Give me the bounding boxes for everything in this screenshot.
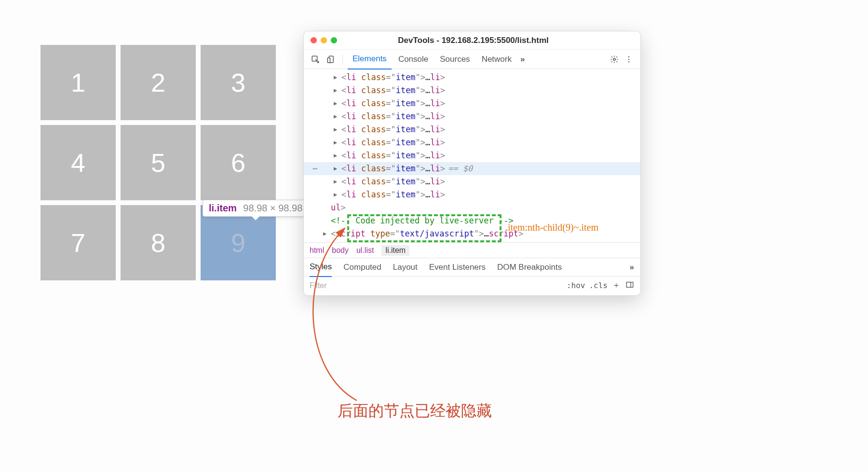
svg-point-5 — [628, 58, 629, 59]
devtools-toolbar: Elements Console Sources Network » — [304, 50, 640, 69]
more-styles-tabs-icon[interactable]: » — [630, 263, 635, 272]
breadcrumb-body[interactable]: body — [332, 246, 349, 255]
breadcrumb-ul[interactable]: ul.list — [356, 246, 374, 255]
cell-label: 6 — [231, 148, 245, 178]
tab-dom-breakpoints[interactable]: DOM Breakpoints — [497, 263, 562, 272]
svg-rect-2 — [327, 58, 330, 63]
filter-bar: Filter :hov .cls ＋ — [304, 276, 640, 294]
tab-computed[interactable]: Computed — [343, 263, 381, 272]
dom-row[interactable]: ▶<li class="item">…li> — [304, 71, 640, 84]
dom-row[interactable]: ▶<li class="item">…li> — [304, 149, 640, 162]
tooltip-dimensions: 98.98 × 98.98 — [243, 203, 302, 213]
window-title: DevTools - 192.168.2.195:5500/list.html — [337, 36, 634, 45]
breadcrumb-li[interactable]: li.item — [381, 245, 409, 256]
cell-label: 3 — [231, 68, 245, 97]
inspect-tooltip: li.item 98.98 × 98.98 — [203, 200, 309, 217]
titlebar: DevTools - 192.168.2.195:5500/list.html — [304, 31, 640, 50]
svg-rect-7 — [626, 282, 633, 287]
tab-console[interactable]: Console — [393, 50, 433, 69]
tab-styles[interactable]: Styles — [310, 258, 332, 277]
dom-row[interactable]: ▶<li class="item">…li> — [304, 188, 640, 201]
zoom-button[interactable] — [331, 37, 337, 43]
tab-network[interactable]: Network — [477, 50, 516, 69]
cls-toggle[interactable]: .cls — [589, 281, 608, 290]
tooltip-selector: li.item — [209, 203, 237, 213]
annotation-selector-label: .item:nth-child(9)~.item — [505, 222, 598, 233]
svg-point-6 — [628, 61, 629, 62]
breadcrumb-html[interactable]: html — [310, 246, 324, 255]
dom-tree[interactable]: ▶<li class="item">…li>▶<li class="item">… — [304, 69, 640, 242]
filter-input[interactable]: Filter — [310, 281, 563, 290]
cell-2: 2 — [121, 45, 196, 120]
svg-point-4 — [628, 56, 629, 57]
close-button[interactable] — [311, 37, 317, 43]
cell-label: 9 — [231, 228, 245, 258]
dom-row[interactable]: ▶<li class="item">…li> — [304, 136, 640, 149]
dom-row-selected[interactable]: ⋯▶<li class="item">…li>== $0 — [304, 162, 640, 175]
minimize-button[interactable] — [321, 37, 327, 43]
cell-7: 7 — [41, 205, 116, 280]
svg-point-3 — [613, 58, 616, 60]
dom-row[interactable]: ▶<li class="item">…li> — [304, 97, 640, 110]
cell-label: 8 — [151, 228, 165, 258]
breadcrumb: html body ul.list li.item — [304, 242, 640, 258]
hover-toggle[interactable]: :hov — [567, 281, 585, 290]
device-toggle-icon[interactable] — [324, 53, 338, 66]
cell-label: 7 — [71, 228, 85, 258]
styles-tabs: Styles Computed Layout Event Listeners D… — [304, 258, 640, 276]
dom-row[interactable]: ▶<li class="item">…li> — [304, 84, 640, 97]
inspect-icon[interactable] — [309, 53, 322, 66]
cell-8: 8 — [121, 205, 196, 280]
more-tabs-icon[interactable]: » — [520, 55, 525, 64]
cell-label: 4 — [71, 148, 85, 178]
toggle-sidebar-icon[interactable] — [625, 281, 635, 290]
add-rule-icon[interactable]: ＋ — [611, 280, 621, 291]
tab-sources[interactable]: Sources — [435, 50, 475, 69]
tab-event-listeners[interactable]: Event Listeners — [429, 263, 486, 272]
settings-icon[interactable] — [608, 53, 621, 66]
cell-label: 1 — [71, 68, 85, 97]
cell-1: 1 — [41, 45, 116, 120]
cell-label: 2 — [151, 68, 165, 97]
cell-5: 5 — [121, 125, 196, 200]
tab-elements[interactable]: Elements — [348, 49, 392, 69]
cell-4: 4 — [41, 125, 116, 200]
cell-6: 6 — [201, 125, 276, 200]
dom-row-ul-close[interactable]: ul> — [304, 201, 640, 214]
tab-layout[interactable]: Layout — [393, 263, 418, 272]
dom-row[interactable]: ▶<li class="item">…li> — [304, 110, 640, 123]
cell-3: 3 — [201, 45, 276, 120]
separator — [342, 54, 343, 65]
cell-label: 5 — [151, 148, 165, 178]
annotation-caption: 后面的节点已经被隐藏 — [338, 401, 492, 422]
dom-row[interactable]: ▶<li class="item">…li> — [304, 123, 640, 136]
devtools-window: DevTools - 192.168.2.195:5500/list.html … — [303, 31, 641, 296]
dom-row[interactable]: ▶<li class="item">…li> — [304, 175, 640, 188]
grid-3x3: 1 2 3 4 5 6 7 8 9 — [41, 45, 276, 280]
traffic-lights — [311, 37, 337, 43]
kebab-icon[interactable] — [622, 53, 636, 66]
